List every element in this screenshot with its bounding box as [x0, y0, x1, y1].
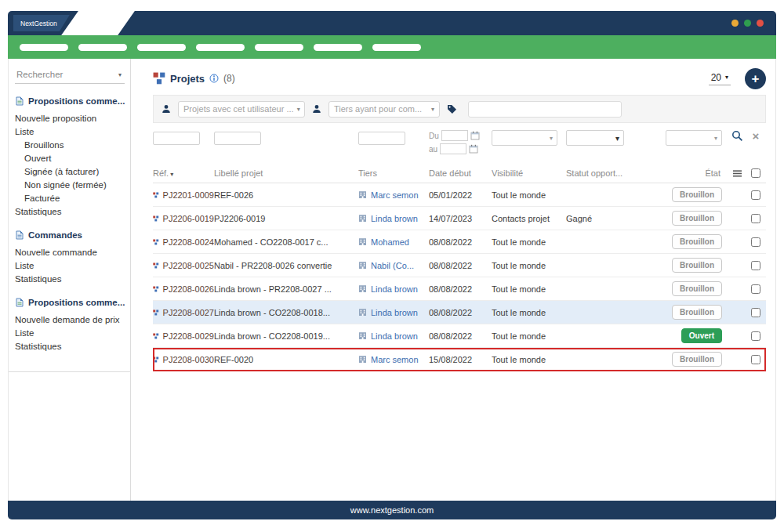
user-filter-select[interactable]: Projets avec cet utilisateur ... ▾: [178, 101, 305, 118]
project-ref-link[interactable]: PJ2208-0030: [163, 355, 214, 364]
thirdparty-filter-select[interactable]: Tiers ayant pour com... ▾: [328, 101, 440, 118]
row-checkbox[interactable]: [751, 214, 760, 223]
header-ref[interactable]: Réf.▾: [153, 168, 214, 178]
sidebar-search-select[interactable]: Rechercher ▾: [15, 68, 125, 84]
add-project-button[interactable]: +: [745, 68, 766, 89]
thirdparty-link[interactable]: Marc semon: [371, 355, 419, 364]
app-logo: NextGestion: [13, 15, 70, 31]
window-close-dot[interactable]: [757, 20, 764, 27]
window-minimize-dot[interactable]: [731, 20, 739, 27]
screenshot-root: NextGestion Rechercher ▾: [0, 0, 784, 532]
nav-menu-pill[interactable]: [78, 44, 127, 51]
row-checkbox[interactable]: [751, 261, 760, 270]
header-visibility[interactable]: Visibilité: [492, 168, 566, 178]
status-filter-select[interactable]: ▾: [566, 130, 624, 146]
table-row[interactable]: PJ2206-0019 PJ2206-0019 Linda brown 14/0…: [153, 207, 766, 230]
row-checkbox[interactable]: [751, 355, 760, 364]
nav-menu-pill[interactable]: [137, 44, 186, 51]
ref-filter-input[interactable]: [153, 132, 200, 145]
state-filter-select[interactable]: ▾: [666, 130, 722, 146]
nav-menu-pill[interactable]: [314, 44, 362, 51]
project-ref-link[interactable]: PJ2208-0027: [163, 308, 214, 317]
project-ref-link[interactable]: PJ2208-0026: [163, 284, 214, 294]
date-from-input[interactable]: [441, 130, 468, 141]
table-row[interactable]: PJ2208-0026 Linda brown - PR2208-0027 ..…: [153, 277, 766, 301]
nav-menu-pill[interactable]: [372, 44, 421, 51]
order-doc-icon: [15, 230, 24, 240]
state-badge: Brouillon: [672, 305, 722, 320]
info-icon[interactable]: [209, 74, 219, 83]
sidebar-item-statistiques[interactable]: Statistiques: [15, 339, 125, 353]
project-icon: [153, 284, 159, 294]
table-row[interactable]: PJ2208-0027 Linda brown - CO2208-0018...…: [153, 301, 766, 324]
table-row[interactable]: PJ2208-0029 Linda brown - CO2208-0019...…: [153, 324, 766, 348]
project-ref-link[interactable]: PJ2201-0009: [163, 190, 214, 200]
sidebar-section-propositions-2[interactable]: Propositions comme...: [15, 298, 125, 307]
project-label: Linda brown - CO2208-0018...: [214, 308, 358, 317]
sidebar-item-ouvert[interactable]: Ouvert: [15, 151, 125, 165]
label-filter-input[interactable]: [214, 132, 261, 145]
thirdparty-link[interactable]: Marc semon: [371, 190, 419, 200]
thirdparty-link[interactable]: Nabil (Co...: [371, 261, 414, 270]
calendar-icon[interactable]: [470, 131, 480, 140]
company-icon: [358, 284, 367, 293]
header-tiers[interactable]: Tiers: [358, 168, 429, 178]
row-checkbox[interactable]: [751, 284, 760, 294]
sidebar-item-facturee[interactable]: Facturée: [15, 191, 125, 204]
visibility-filter-select[interactable]: ▾: [492, 130, 557, 146]
row-checkbox[interactable]: [751, 190, 760, 200]
column-selector-icon[interactable]: [728, 169, 746, 178]
table-row[interactable]: PJ2208-0024 Mohamed - CO2208-0017 c... M…: [153, 230, 766, 254]
project-ref-link[interactable]: PJ2208-0024: [163, 237, 214, 247]
project-icon: [153, 331, 159, 341]
project-ref-link[interactable]: PJ2208-0029: [163, 331, 214, 341]
thirdparty-link[interactable]: Linda brown: [371, 331, 418, 341]
header-label[interactable]: Libellé projet: [214, 168, 358, 178]
state-badge: Brouillon: [672, 187, 722, 202]
keyword-filter-input[interactable]: [468, 101, 622, 118]
search-icon[interactable]: [731, 130, 743, 142]
table-row[interactable]: PJ2201-0009 REF-0026 Marc semon 05/01/20…: [153, 183, 766, 207]
thirdparty-link[interactable]: Linda brown: [371, 284, 418, 294]
page-size-select[interactable]: 20 ▾: [709, 72, 731, 85]
tiers-filter-input[interactable]: [358, 132, 405, 145]
nav-menu-pill[interactable]: [255, 44, 303, 51]
table-row[interactable]: PJ2208-0025 Nabil - PR2208-0026 converti…: [153, 254, 766, 277]
date-to-input[interactable]: [440, 143, 466, 154]
sidebar-section-propositions-1[interactable]: Propositions comme...: [15, 96, 125, 106]
sidebar-item-nouvelle-commande[interactable]: Nouvelle commande: [15, 245, 125, 259]
header-date[interactable]: Date début: [429, 168, 492, 178]
nav-menu-pill[interactable]: [196, 44, 245, 51]
sidebar-item-nouvelle-demande-de-prix[interactable]: Nouvelle demande de prix: [15, 313, 125, 326]
sidebar-item-liste[interactable]: Liste: [15, 259, 125, 272]
sidebar-item-statistiques[interactable]: Statistiques: [15, 204, 125, 218]
row-checkbox[interactable]: [751, 331, 760, 341]
window-maximize-dot[interactable]: [744, 20, 751, 27]
thirdparty-link[interactable]: Linda brown: [371, 214, 418, 223]
thirdparty-link[interactable]: Mohamed: [371, 237, 409, 247]
sidebar-item-liste[interactable]: Liste: [15, 326, 125, 339]
row-checkbox[interactable]: [751, 308, 760, 317]
nav-menu-pill[interactable]: [20, 44, 68, 51]
sidebar-section-title: Commandes: [28, 230, 82, 240]
company-icon: [358, 261, 367, 270]
sidebar-item-signee[interactable]: Signée (à facturer): [15, 165, 125, 178]
row-checkbox[interactable]: [751, 237, 760, 247]
sidebar-section-commandes[interactable]: Commandes: [15, 230, 125, 240]
header-status[interactable]: Statut opport...: [566, 168, 635, 178]
sidebar-section-title: Propositions comme...: [28, 96, 125, 106]
clear-filters-icon[interactable]: ×: [753, 130, 760, 142]
sidebar-item-statistiques[interactable]: Statistiques: [15, 272, 125, 285]
sidebar-item-liste[interactable]: Liste: [15, 125, 125, 138]
project-ref-link[interactable]: PJ2206-0019: [163, 214, 214, 223]
table-row[interactable]: PJ2208-0030 REF-0020 Marc semon 15/08/20…: [153, 348, 766, 371]
header-state[interactable]: État: [635, 168, 728, 178]
project-ref-link[interactable]: PJ2208-0025: [163, 261, 214, 270]
company-icon: [358, 355, 367, 364]
sidebar-item-nouvelle-proposition[interactable]: Nouvelle proposition: [15, 111, 125, 125]
thirdparty-link[interactable]: Linda brown: [371, 308, 418, 317]
sidebar-item-brouillons[interactable]: Brouillons: [15, 138, 125, 151]
select-all-checkbox[interactable]: [751, 168, 760, 178]
calendar-icon[interactable]: [469, 144, 478, 154]
sidebar-item-non-signee[interactable]: Non signée (fermée): [15, 178, 125, 191]
